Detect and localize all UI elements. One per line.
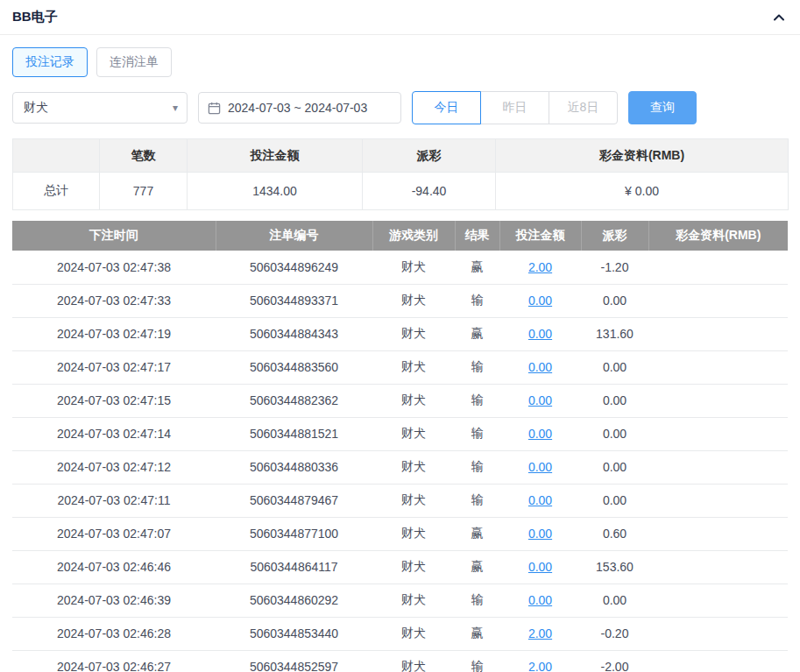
bet-amount-link[interactable]: 0.00	[528, 294, 552, 308]
tab-bet-records[interactable]: 投注记录	[12, 47, 88, 77]
game-type: 财犬	[372, 384, 455, 417]
bonus	[648, 350, 788, 384]
quick-today-button[interactable]: 今日	[412, 91, 481, 124]
bet-id: 5060344893371	[216, 284, 372, 317]
bet-amount-link[interactable]: 0.00	[528, 360, 552, 374]
bet-amount-cell: 2.00	[499, 650, 581, 672]
quick-yesterday-button[interactable]: 昨日	[480, 91, 549, 124]
game-type: 财犬	[372, 584, 455, 617]
summary-total-payout: -94.40	[363, 173, 496, 210]
chevron-up-icon	[772, 11, 786, 25]
result: 赢	[455, 317, 499, 350]
payout: 0.00	[581, 350, 648, 384]
bet-time: 2024-07-03 02:46:39	[12, 584, 216, 617]
summary-header-bonus: 彩金资料(RMB)	[496, 139, 789, 173]
game-type: 财犬	[372, 617, 455, 650]
date-range-value: 2024-07-03 ~ 2024-07-03	[228, 101, 367, 115]
bet-amount-cell: 0.00	[499, 284, 581, 317]
bet-time: 2024-07-03 02:47:11	[12, 484, 216, 517]
filter-bar: 财犬 ▾ 2024-07-03 ~ 2024-07-03 今日 昨日 近8日 查…	[0, 77, 800, 124]
game-type: 财犬	[372, 550, 455, 584]
bet-amount-link[interactable]: 0.00	[528, 560, 552, 574]
table-row: 2024-07-03 02:47:335060344893371财犬输0.000…	[12, 284, 788, 317]
result: 输	[455, 650, 499, 672]
payout: 0.00	[581, 484, 648, 517]
bet-table-header-2: 游戏类别	[372, 221, 455, 251]
bet-amount-cell: 0.00	[499, 417, 581, 450]
quick-8days-button[interactable]: 近8日	[549, 91, 618, 124]
bet-id: 5060344879467	[216, 484, 372, 517]
bet-time: 2024-07-03 02:47:19	[12, 317, 216, 350]
bonus	[648, 251, 788, 284]
result: 赢	[455, 251, 499, 284]
bet-time: 2024-07-03 02:47:07	[12, 517, 216, 550]
bonus	[648, 650, 788, 672]
table-row: 2024-07-03 02:47:145060344881521财犬输0.000…	[12, 417, 788, 450]
summary-total-label: 总计	[13, 173, 100, 210]
bet-table-header-0: 下注时间	[12, 221, 216, 251]
bet-time: 2024-07-03 02:46:27	[12, 650, 216, 672]
bet-table-header-4: 投注金额	[499, 221, 581, 251]
date-range-input[interactable]: 2024-07-03 ~ 2024-07-03	[198, 92, 401, 124]
bet-amount-link[interactable]: 0.00	[528, 427, 552, 441]
result: 输	[455, 284, 499, 317]
bet-id: 5060344896249	[216, 251, 372, 284]
game-type: 财犬	[372, 417, 455, 450]
summary-header-payout: 派彩	[363, 139, 496, 173]
bet-amount-link[interactable]: 2.00	[528, 260, 552, 274]
game-select-value: 财犬	[24, 100, 48, 116]
bet-id: 5060344884343	[216, 317, 372, 350]
game-type: 财犬	[372, 284, 455, 317]
game-select[interactable]: 财犬 ▾	[12, 92, 188, 124]
bet-amount-cell: 0.00	[499, 484, 581, 517]
tab-bar: 投注记录 连消注单	[0, 35, 800, 77]
table-row: 2024-07-03 02:47:155060344882362财犬输0.000…	[12, 384, 788, 417]
payout: -0.20	[581, 617, 648, 650]
summary-total-bet-amount: 1434.00	[188, 173, 363, 210]
result: 输	[455, 484, 499, 517]
summary-header-blank	[13, 139, 100, 173]
bet-table-header-6: 彩金资料(RMB)	[648, 221, 788, 251]
table-row: 2024-07-03 02:47:125060344880336财犬输0.000…	[12, 450, 788, 484]
collapse-icon[interactable]	[772, 11, 786, 25]
bet-time: 2024-07-03 02:46:46	[12, 550, 216, 584]
search-button[interactable]: 查询	[628, 91, 697, 124]
bet-amount-link[interactable]: 0.00	[528, 460, 552, 474]
game-type: 财犬	[372, 251, 455, 284]
bet-id: 5060344881521	[216, 417, 372, 450]
table-row: 2024-07-03 02:46:465060344864117财犬赢0.001…	[12, 550, 788, 584]
bet-table-header-1: 注单编号	[216, 221, 372, 251]
bet-id: 5060344880336	[216, 450, 372, 484]
bet-amount-cell: 0.00	[499, 584, 581, 617]
payout: -2.00	[581, 650, 648, 672]
result: 赢	[455, 550, 499, 584]
bet-time: 2024-07-03 02:46:28	[12, 617, 216, 650]
bet-id: 5060344860292	[216, 584, 372, 617]
result: 输	[455, 350, 499, 384]
result: 输	[455, 417, 499, 450]
quick-date-group: 今日 昨日 近8日	[412, 91, 618, 124]
bet-amount-cell: 0.00	[499, 350, 581, 384]
bet-table-body: 2024-07-03 02:47:385060344896249财犬赢2.00-…	[12, 251, 788, 672]
tab-cancelled-bets[interactable]: 连消注单	[96, 47, 172, 77]
bet-amount-link[interactable]: 0.00	[528, 493, 552, 507]
bonus	[648, 484, 788, 517]
payout: 131.60	[581, 317, 648, 350]
bet-time: 2024-07-03 02:47:15	[12, 384, 216, 417]
bet-amount-link[interactable]: 0.00	[528, 593, 552, 607]
bet-amount-link[interactable]: 2.00	[528, 626, 552, 640]
payout: 0.00	[581, 584, 648, 617]
result: 赢	[455, 617, 499, 650]
bet-amount-link[interactable]: 2.00	[528, 660, 552, 672]
result: 输	[455, 450, 499, 484]
bet-amount-link[interactable]: 0.00	[528, 327, 552, 341]
bonus	[648, 584, 788, 617]
bet-amount-link[interactable]: 0.00	[528, 527, 552, 541]
bet-amount-cell: 0.00	[499, 317, 581, 350]
table-row: 2024-07-03 02:47:385060344896249财犬赢2.00-…	[12, 251, 788, 284]
bonus	[648, 550, 788, 584]
bonus	[648, 384, 788, 417]
summary-total-row: 总计 777 1434.00 -94.40 ¥ 0.00	[13, 173, 789, 210]
bet-amount-link[interactable]: 0.00	[528, 393, 552, 407]
result: 输	[455, 384, 499, 417]
